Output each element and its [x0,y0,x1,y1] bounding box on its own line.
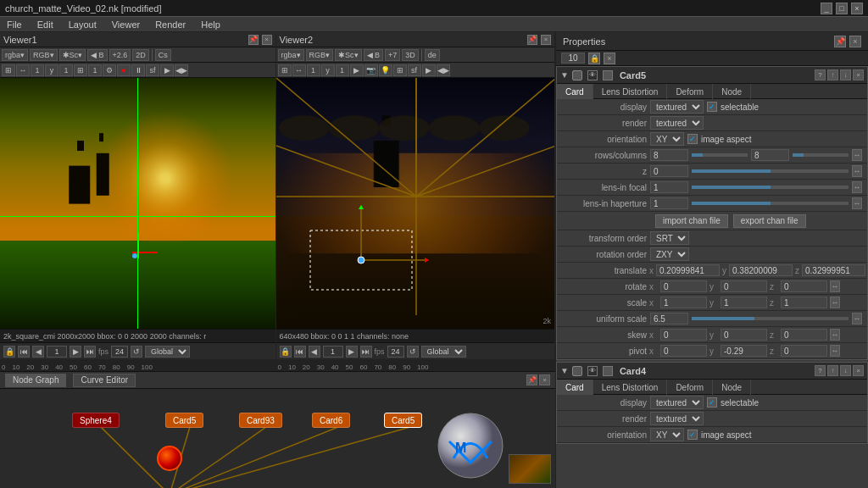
card4-btn2[interactable]: ↑ [827,365,838,376]
card5-ry-input[interactable]: 0 [721,280,767,292]
card5-focal-slider[interactable] [692,186,849,189]
v1-lock-btn[interactable]: 🔒 [3,346,15,358]
v2-prev-key[interactable]: ⏮ [294,346,306,358]
v1-sfbtn[interactable]: sf [146,64,159,76]
v1-gain-val[interactable]: +2.6 [109,49,131,61]
v1-prev-key[interactable]: ⏮ [18,346,30,358]
v1-extra2[interactable]: ◀▶ [175,64,188,76]
node-card6[interactable]: Card6 [312,413,350,428]
card5-pvz-input[interactable]: 0 [781,345,827,357]
card5-pivot-arrow[interactable]: ↔ [830,345,840,357]
v1-rgb-btn[interactable]: RGB▾ [30,49,58,61]
v1-frame-input[interactable]: 1 [47,346,67,358]
menu-viewer[interactable]: Viewer [108,19,143,30]
v1-arrow-btn[interactable]: ↔ [16,64,30,76]
v2-grid-btn[interactable]: ⊞ [393,64,407,76]
card4-tab-card[interactable]: Card [557,380,593,395]
card5-render-input[interactable]: textured [650,116,704,130]
menu-layout[interactable]: Layout [65,19,100,30]
v2-gain-btn[interactable]: ◀ B [364,49,384,61]
props-close-btn[interactable]: × [849,36,861,47]
sun-node[interactable] [157,446,182,471]
card5-sy-input[interactable]: 1 [721,297,767,308]
card5-btn1[interactable]: ? [815,69,826,80]
menu-help[interactable]: Help [198,19,224,30]
props-pin-btn[interactable]: 📌 [834,36,846,47]
v1-num1[interactable]: 1 [59,64,73,76]
v2-rgb-btn[interactable]: RGB▾ [306,49,334,61]
node-card5b[interactable]: Card5 [384,413,422,428]
card4-display-input[interactable]: textured [650,396,704,409]
card4-btn4[interactable]: × [853,365,864,376]
v2-mode-btn[interactable]: 3D [402,49,419,61]
card5-rz-input[interactable]: 0 [781,280,827,292]
card5-tx-input[interactable]: 0.20999841 [656,264,720,276]
v1-mode-btn[interactable]: 2D [132,49,149,61]
v2-frame-input[interactable]: 1 [323,346,343,358]
card5-hap-arrow[interactable]: ↔ [852,197,862,209]
v2-y-btn[interactable]: y [321,64,335,76]
card5-imgaspect-check[interactable] [687,134,698,144]
v2-play-fwd[interactable]: ▶ [346,346,358,358]
card5-tab-lens[interactable]: Lens Distortion [593,84,668,99]
node-card93[interactable]: Card93 [239,413,282,428]
card5-btn2[interactable]: ↑ [827,69,838,80]
v2-arrow-btn[interactable]: ↔ [292,64,306,76]
card5-uscale-slider[interactable] [692,317,849,320]
v2-global-dropdown[interactable]: Global [421,346,466,358]
card5-skx-input[interactable]: 0 [660,329,707,341]
card5-pvx-input[interactable]: 0 [660,345,707,357]
v2-roi-btn[interactable]: ⊞ [278,64,292,76]
v2-extra1[interactable]: ▶ [422,64,436,76]
card4-orientation-input[interactable]: XY [650,428,684,441]
v1-sc-btn[interactable]: ✱Sc▾ [59,49,86,61]
minimize-button[interactable]: _ [821,3,832,14]
node-sphere4[interactable]: Sphere4 [72,413,120,428]
card5-pvy-input[interactable]: -0.29 [721,345,767,357]
v1-gain-btn[interactable]: ◀ B [87,49,108,61]
card4-btn3[interactable]: ↓ [840,365,851,376]
v1-cs-btn[interactable]: Cs [155,49,171,61]
card4-selectable-check[interactable] [707,397,717,408]
card5-rows-slider[interactable] [692,153,748,157]
v2-extra2[interactable]: ◀▶ [437,64,450,76]
card5-rows-input[interactable]: 8 [650,149,688,161]
v1-settings-btn[interactable]: ⚙ [103,64,116,76]
ng-pin-btn[interactable]: 📌 [526,374,537,385]
v1-play-back[interactable]: ◀ [32,346,44,358]
v1-rec-btn[interactable]: ● [117,64,131,76]
card5-skew-arrow[interactable]: ↔ [830,329,840,341]
v1-play-fwd[interactable]: ▶ [70,346,81,358]
card4-tab-node[interactable]: Node [713,380,751,395]
card5-export-btn[interactable]: export chan file [733,214,806,228]
node-canvas[interactable]: Sphere4 Card5 Card93 Card6 Card5 [0,389,555,488]
v2-camera-btn[interactable]: 📷 [364,64,378,76]
v2-next-key[interactable]: ⏭ [360,346,372,358]
v2-lock-btn[interactable]: 🔒 [280,346,292,358]
viewer2-close-button[interactable]: × [541,35,551,45]
v2-fps-input[interactable]: 24 [387,346,404,358]
v1-fps-input[interactable]: 24 [111,346,128,358]
card5-orientation-input[interactable]: XY [650,132,684,146]
viewer2-pin-button[interactable]: 📌 [527,35,537,45]
v1-roi-btn[interactable]: ⊞ [2,64,15,76]
tab-curve-editor[interactable]: Curve Editor [73,374,136,387]
viewer1-canvas[interactable] [0,78,275,329]
card5-focal-input[interactable]: 1 [650,181,688,193]
v2-sfbtn[interactable]: sf [408,64,421,76]
card5-hap-slider[interactable] [692,202,849,205]
v2-play-btn[interactable]: ▶ [350,64,364,76]
menu-edit[interactable]: Edit [34,19,57,30]
card5-hap-input[interactable]: 1 [650,197,688,209]
card4-settings-icon[interactable] [603,366,613,376]
v1-grid-btn[interactable]: ⊞ [74,64,87,76]
card5-z-input[interactable]: 0 [650,165,688,177]
card5-cols-slider[interactable] [793,153,849,157]
maximize-button[interactable]: □ [836,3,848,14]
v1-loop-btn[interactable]: ↺ [131,346,142,358]
card5-vis-icon[interactable]: 👁 [587,70,598,80]
card5-uscale-input[interactable]: 6.5 [650,313,688,324]
card5-btn3[interactable]: ↓ [840,69,851,80]
card5-tab-deform[interactable]: Deform [667,84,713,99]
card5-rot-arrow[interactable]: ↔ [830,280,840,292]
